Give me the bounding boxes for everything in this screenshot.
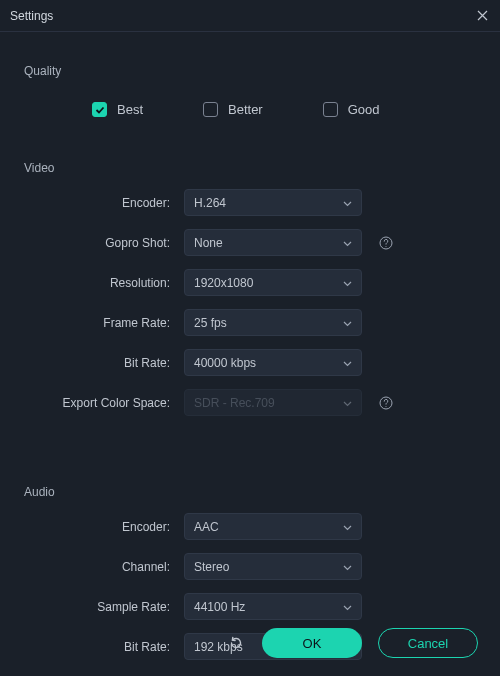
- svg-point-1: [386, 245, 387, 246]
- select-value: 44100 Hz: [194, 600, 245, 614]
- video-encoder-label: Encoder:: [24, 196, 184, 210]
- video-bitrate-select[interactable]: 40000 kbps: [184, 349, 362, 376]
- video-gopro-select[interactable]: None: [184, 229, 362, 256]
- audio-samplerate-row: Sample Rate: 44100 Hz: [24, 593, 476, 620]
- cancel-button[interactable]: Cancel: [378, 628, 478, 658]
- video-framerate-row: Frame Rate: 25 fps: [24, 309, 476, 336]
- chevron-down-icon: [343, 560, 352, 574]
- chevron-down-icon: [343, 600, 352, 614]
- quality-good-label: Good: [348, 102, 380, 117]
- video-bitrate-label: Bit Rate:: [24, 356, 184, 370]
- video-framerate-label: Frame Rate:: [24, 316, 184, 330]
- video-framerate-select[interactable]: 25 fps: [184, 309, 362, 336]
- question-circle-icon: [379, 396, 393, 410]
- audio-samplerate-label: Sample Rate:: [24, 600, 184, 614]
- chevron-down-icon: [343, 196, 352, 210]
- reset-icon: [228, 635, 244, 651]
- ok-label: OK: [303, 636, 322, 651]
- titlebar: Settings: [0, 0, 500, 32]
- question-circle-icon: [379, 236, 393, 250]
- quality-better-checkbox[interactable]: Better: [203, 102, 263, 117]
- close-button[interactable]: [474, 8, 490, 24]
- select-value: Stereo: [194, 560, 229, 574]
- video-resolution-row: Resolution: 1920x1080: [24, 269, 476, 296]
- chevron-down-icon: [343, 276, 352, 290]
- cancel-label: Cancel: [408, 636, 448, 651]
- select-value: 1920x1080: [194, 276, 253, 290]
- quality-section-label: Quality: [24, 64, 476, 78]
- chevron-down-icon: [343, 396, 352, 410]
- content: Quality Best Better Good Video Encoder: …: [0, 32, 500, 660]
- reset-button[interactable]: [226, 633, 246, 653]
- checkbox-box: [203, 102, 218, 117]
- window-title: Settings: [10, 9, 53, 23]
- audio-channel-row: Channel: Stereo: [24, 553, 476, 580]
- chevron-down-icon: [343, 356, 352, 370]
- video-colorspace-label: Export Color Space:: [24, 396, 184, 410]
- audio-channel-label: Channel:: [24, 560, 184, 574]
- checkbox-box: [92, 102, 107, 117]
- audio-encoder-select[interactable]: AAC: [184, 513, 362, 540]
- video-gopro-row: Gopro Shot: None: [24, 229, 476, 256]
- audio-encoder-row: Encoder: AAC: [24, 513, 476, 540]
- video-encoder-row: Encoder: H.264: [24, 189, 476, 216]
- select-value: H.264: [194, 196, 226, 210]
- quality-better-label: Better: [228, 102, 263, 117]
- video-section-label: Video: [24, 161, 476, 175]
- video-gopro-label: Gopro Shot:: [24, 236, 184, 250]
- svg-point-3: [386, 405, 387, 406]
- audio-channel-select[interactable]: Stereo: [184, 553, 362, 580]
- select-value: AAC: [194, 520, 219, 534]
- colorspace-help-icon[interactable]: [378, 395, 394, 411]
- audio-samplerate-select[interactable]: 44100 Hz: [184, 593, 362, 620]
- select-value: 25 fps: [194, 316, 227, 330]
- gopro-help-icon[interactable]: [378, 235, 394, 251]
- chevron-down-icon: [343, 520, 352, 534]
- close-icon: [477, 10, 488, 21]
- footer: OK Cancel: [22, 628, 478, 658]
- video-resolution-select[interactable]: 1920x1080: [184, 269, 362, 296]
- video-bitrate-row: Bit Rate: 40000 kbps: [24, 349, 476, 376]
- checkbox-box: [323, 102, 338, 117]
- chevron-down-icon: [343, 316, 352, 330]
- audio-encoder-label: Encoder:: [24, 520, 184, 534]
- quality-good-checkbox[interactable]: Good: [323, 102, 380, 117]
- ok-button[interactable]: OK: [262, 628, 362, 658]
- select-value: 40000 kbps: [194, 356, 256, 370]
- quality-best-label: Best: [117, 102, 143, 117]
- audio-section-label: Audio: [24, 485, 476, 499]
- quality-row: Best Better Good: [24, 92, 476, 145]
- select-value: None: [194, 236, 223, 250]
- select-value: SDR - Rec.709: [194, 396, 275, 410]
- quality-best-checkbox[interactable]: Best: [92, 102, 143, 117]
- chevron-down-icon: [343, 236, 352, 250]
- video-colorspace-select: SDR - Rec.709: [184, 389, 362, 416]
- video-encoder-select[interactable]: H.264: [184, 189, 362, 216]
- video-resolution-label: Resolution:: [24, 276, 184, 290]
- video-colorspace-row: Export Color Space: SDR - Rec.709: [24, 389, 476, 416]
